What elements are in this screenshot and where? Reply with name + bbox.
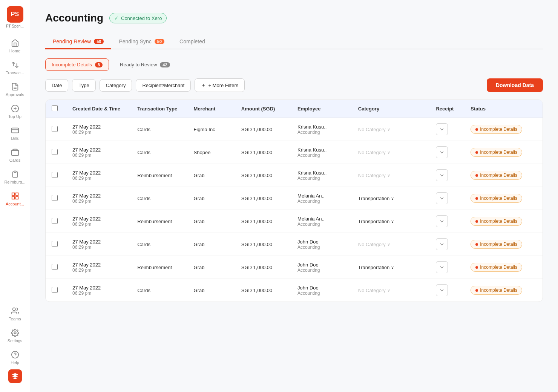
main-content: Accounting ✓ Connected to Xero Pending R… xyxy=(30,0,558,392)
svg-rect-5 xyxy=(11,128,18,133)
row-checkbox-cell[interactable] xyxy=(46,187,66,210)
row-employee: Krisna Kusu.. Accounting xyxy=(291,118,352,141)
receipt-icon[interactable] xyxy=(436,261,448,273)
sidebar-item-transactions[interactable]: Transac... xyxy=(2,58,28,78)
row-amount: SGD 1,000.00 xyxy=(235,210,291,233)
row-receipt[interactable] xyxy=(430,187,464,210)
row-receipt[interactable] xyxy=(430,164,464,187)
status-dot-icon xyxy=(475,174,478,177)
header-category: Category xyxy=(352,100,430,118)
chevron-down-icon: ∨ xyxy=(391,196,394,201)
chevron-down-icon: ∨ xyxy=(387,173,390,178)
row-checkbox[interactable] xyxy=(52,172,58,178)
row-status: Incomplete Details xyxy=(464,187,543,210)
home-icon xyxy=(11,39,19,47)
receipt-icon[interactable] xyxy=(436,123,448,135)
header-status: Status xyxy=(464,100,543,118)
status-badge: Incomplete Details xyxy=(471,263,522,272)
row-checkbox-cell[interactable] xyxy=(46,256,66,279)
status-dot-icon xyxy=(475,289,478,292)
row-receipt[interactable] xyxy=(430,118,464,141)
row-amount: SGD 1,000.00 xyxy=(235,279,291,302)
header-checkbox[interactable] xyxy=(46,100,66,118)
row-category[interactable]: Transportation ∨ xyxy=(352,210,430,233)
row-category[interactable]: No Category ∨ xyxy=(352,233,430,256)
table-row: 27 May 2022 06:29 pm Cards Grab SGD 1,00… xyxy=(46,279,543,302)
receipt-icon[interactable] xyxy=(436,146,448,158)
status-dot-icon xyxy=(475,220,478,223)
row-category[interactable]: No Category ∨ xyxy=(352,279,430,302)
row-date: 27 May 2022 06:29 pm xyxy=(66,164,131,187)
select-all-checkbox[interactable] xyxy=(52,105,58,111)
sidebar-item-settings[interactable]: Settings xyxy=(2,326,28,346)
row-checkbox[interactable] xyxy=(52,149,58,155)
sidebar-item-bills[interactable]: Bills xyxy=(2,123,28,144)
filter-more[interactable]: ＋ + More Filters xyxy=(195,78,245,92)
sidebar-item-cards[interactable]: Cards xyxy=(2,145,28,165)
transactions-table: Created Date & Time Transaction Type Mer… xyxy=(45,100,543,302)
row-checkbox[interactable] xyxy=(52,287,58,293)
row-checkbox[interactable] xyxy=(52,241,58,247)
row-receipt[interactable] xyxy=(430,256,464,279)
tab-completed[interactable]: Completed xyxy=(172,35,213,49)
row-receipt[interactable] xyxy=(430,233,464,256)
row-category[interactable]: Transportation ∨ xyxy=(352,256,430,279)
row-employee: John Doe Accounting xyxy=(291,256,352,279)
row-category[interactable]: No Category ∨ xyxy=(352,141,430,164)
filter-category[interactable]: Category xyxy=(100,79,132,92)
tab-pending-review[interactable]: Pending Review 50 xyxy=(45,35,111,49)
row-checkbox[interactable] xyxy=(52,218,58,224)
row-category[interactable]: No Category ∨ xyxy=(352,118,430,141)
receipt-icon[interactable] xyxy=(436,215,448,227)
receipt-icon[interactable] xyxy=(436,192,448,204)
row-checkbox-cell[interactable] xyxy=(46,210,66,233)
sidebar-item-label-transactions: Transac... xyxy=(6,70,24,75)
sidebar-item-reimbursements[interactable]: Reimburs... xyxy=(2,167,28,187)
row-checkbox[interactable] xyxy=(52,195,58,201)
row-checkbox-cell[interactable] xyxy=(46,233,66,256)
sidebar-item-label-reimbursements: Reimburs... xyxy=(4,180,25,184)
tab-label-completed: Completed xyxy=(179,38,205,44)
check-icon: ✓ xyxy=(114,15,119,21)
row-checkbox-cell[interactable] xyxy=(46,279,66,302)
tab-pending-sync[interactable]: Pending Sync 50 xyxy=(111,35,172,49)
row-checkbox-cell[interactable] xyxy=(46,141,66,164)
receipt-icon[interactable] xyxy=(436,284,448,296)
connected-badge: ✓ Connected to Xero xyxy=(109,13,167,23)
receipt-icon[interactable] xyxy=(436,169,448,181)
sub-filter-incomplete[interactable]: Incomplete Details 8 xyxy=(45,58,109,71)
filter-type[interactable]: Type xyxy=(72,79,95,92)
svg-point-13 xyxy=(12,308,15,311)
row-employee: Melania An.. Accounting xyxy=(291,187,352,210)
row-receipt[interactable] xyxy=(430,141,464,164)
row-category[interactable]: No Category ∨ xyxy=(352,164,430,187)
sidebar-item-teams[interactable]: Teams xyxy=(2,304,28,324)
tab-badge-pending-sync: 50 xyxy=(155,39,164,44)
row-checkbox[interactable] xyxy=(52,126,58,132)
receipt-icon[interactable] xyxy=(436,238,448,250)
filter-recipient[interactable]: Recipient/Merchant xyxy=(136,79,191,92)
row-receipt[interactable] xyxy=(430,279,464,302)
sidebar-item-label-teams: Teams xyxy=(9,317,21,321)
sidebar-item-accounting[interactable]: Account... xyxy=(2,189,28,209)
row-checkbox-cell[interactable] xyxy=(46,118,66,141)
sidebar-item-help[interactable]: Help xyxy=(2,348,28,368)
row-type: Cards xyxy=(131,187,187,210)
sidebar-item-approvals[interactable]: Approvals xyxy=(2,80,28,100)
row-receipt[interactable] xyxy=(430,210,464,233)
sub-filter-ready[interactable]: Ready to Review 42 xyxy=(113,58,176,71)
filter-date[interactable]: Date xyxy=(45,79,68,92)
tab-label-pending-review: Pending Review xyxy=(53,38,91,44)
row-category[interactable]: Transportation ∨ xyxy=(352,187,430,210)
row-merchant: Grab xyxy=(188,256,235,279)
sidebar-item-topup[interactable]: Top Up xyxy=(2,101,28,122)
status-badge: Incomplete Details xyxy=(471,125,522,134)
download-data-button[interactable]: Download Data xyxy=(487,78,543,92)
sidebar-logo-label: PT Spen... xyxy=(6,24,24,28)
header-transaction-type: Transaction Type xyxy=(131,100,187,118)
tab-badge-pending-review: 50 xyxy=(94,39,104,44)
row-checkbox[interactable] xyxy=(52,264,58,270)
row-checkbox-cell[interactable] xyxy=(46,164,66,187)
table-row: 27 May 2022 06:29 pm Reimbursement Grab … xyxy=(46,164,543,187)
sidebar-item-home[interactable]: Home xyxy=(2,36,28,56)
